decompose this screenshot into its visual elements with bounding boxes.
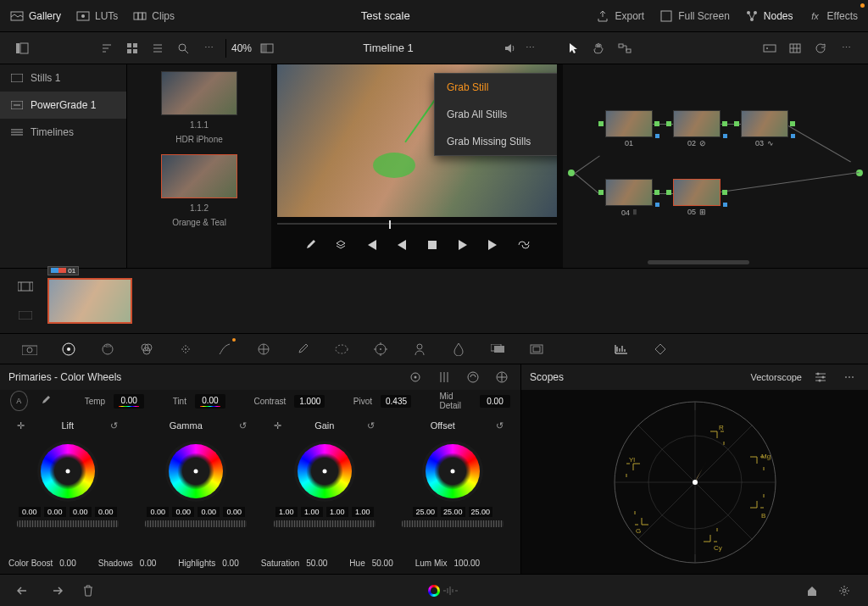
gamma-jog[interactable]: [145, 520, 247, 527]
lift-add-button[interactable]: ✛: [11, 415, 31, 436]
fullscreen-button[interactable]: Full Screen: [659, 9, 730, 23]
gain-values[interactable]: 1.001.001.001.00: [275, 507, 374, 517]
camera-raw-tab[interactable]: [20, 340, 39, 359]
viewer-zoom[interactable]: 40%: [226, 42, 257, 54]
scope-options-button[interactable]: ⋯: [839, 367, 860, 387]
eyedropper-button[interactable]: [301, 236, 320, 254]
scope-settings-button[interactable]: [810, 367, 831, 387]
curves-tab[interactable]: [215, 340, 234, 359]
colorboost-value[interactable]: 0.00: [59, 559, 75, 568]
undo-button[interactable]: [14, 581, 34, 601]
wheels-mode-button[interactable]: [405, 367, 426, 387]
viewer-options-button[interactable]: ⋯: [520, 38, 540, 58]
gain-add-button[interactable]: ✛: [268, 415, 288, 436]
delete-button[interactable]: [78, 581, 98, 601]
hue-value[interactable]: 50.00: [372, 559, 393, 568]
hdr-tab[interactable]: HDR: [98, 340, 117, 359]
node-tool-button[interactable]: [615, 38, 635, 58]
still-thumb[interactable]: [161, 154, 237, 198]
clip-info-button[interactable]: [15, 305, 36, 325]
node-scrollbar[interactable]: [648, 260, 749, 264]
gamma-reset-button[interactable]: ↺: [232, 415, 253, 436]
magic-mask-tab[interactable]: [410, 340, 429, 359]
expand-button[interactable]: [492, 367, 512, 387]
offset-wheel[interactable]: [422, 441, 483, 502]
color-wheels-tab[interactable]: [59, 340, 78, 359]
mid-detail-value[interactable]: 0.00: [480, 395, 510, 408]
color-warper-tab[interactable]: [254, 340, 273, 359]
effects-button[interactable]: fx Effects: [809, 9, 858, 23]
gamma-values[interactable]: 0.000.000.000.00: [147, 507, 245, 517]
viewer-scrubber[interactable]: [277, 219, 557, 229]
grid-view-button[interactable]: [122, 38, 142, 58]
ctx-grab-all-stills[interactable]: Grab All Stills›: [435, 101, 557, 128]
lift-values[interactable]: 0.000.000.000.00: [19, 507, 117, 517]
lift-reset-button[interactable]: ↺: [104, 415, 125, 436]
clip-thumbnail[interactable]: [47, 278, 132, 324]
node-thumb-button[interactable]: [760, 38, 780, 58]
pointer-tool-button[interactable]: [564, 38, 584, 58]
sort-button[interactable]: [97, 38, 117, 58]
gain-reset-button[interactable]: ↺: [361, 415, 381, 436]
search-button[interactable]: [173, 38, 193, 58]
offset-values[interactable]: 25.0025.0025.00: [413, 507, 492, 517]
home-button[interactable]: [802, 581, 822, 601]
layers-button[interactable]: [331, 236, 350, 254]
node-box[interactable]: 01: [605, 110, 653, 147]
layout-toggle-button[interactable]: [12, 38, 32, 58]
still-thumb[interactable]: [161, 71, 237, 115]
node-box[interactable]: 04⫴: [605, 179, 653, 217]
step-back-button[interactable]: [392, 236, 411, 254]
tint-value[interactable]: 0.00: [195, 394, 225, 409]
offset-reset-button[interactable]: ↺: [489, 415, 509, 436]
node-graph[interactable]: 01 02⊘ 03∿ 04⫴ 05⊞: [563, 64, 868, 268]
list-view-button[interactable]: [147, 38, 168, 58]
loop-button[interactable]: [515, 236, 533, 254]
timeline-name[interactable]: Timeline 1: [277, 42, 499, 54]
export-button[interactable]: Export: [596, 9, 644, 23]
clips-tab[interactable]: Clips: [133, 9, 175, 23]
settings-button[interactable]: [834, 581, 854, 601]
gain-jog[interactable]: [274, 520, 376, 527]
log-mode-button[interactable]: [463, 367, 483, 387]
sidebar-item-stills[interactable]: Stills 1: [0, 64, 126, 92]
node-options-button[interactable]: ⋯: [836, 38, 856, 58]
skip-forward-button[interactable]: [484, 236, 503, 254]
contrast-value[interactable]: 1.000: [294, 395, 325, 408]
play-button[interactable]: [453, 236, 472, 254]
bars-mode-button[interactable]: [434, 367, 454, 387]
vectorscope[interactable]: R Mg B Cy G Yl: [610, 398, 780, 567]
skip-back-button[interactable]: [362, 236, 381, 254]
offset-jog[interactable]: [402, 520, 504, 527]
gallery-tab[interactable]: Gallery: [10, 9, 61, 23]
gamma-wheel[interactable]: [165, 441, 226, 502]
auto-balance-button[interactable]: A: [10, 391, 28, 411]
scope-type[interactable]: Vectorscope: [750, 372, 802, 382]
reset-button[interactable]: [810, 38, 831, 58]
gain-wheel[interactable]: [294, 441, 355, 502]
rgb-mixer-tab[interactable]: [137, 340, 156, 359]
ctx-grab-still[interactable]: Grab Still: [435, 74, 557, 101]
motion-tab[interactable]: [176, 340, 195, 359]
ctx-grab-missing-stills[interactable]: Grab Missing Stills›: [435, 128, 557, 155]
clip-view-button[interactable]: [15, 276, 36, 297]
keyframe-tab[interactable]: [651, 340, 670, 359]
blur-tab[interactable]: [449, 340, 468, 359]
more-options-button[interactable]: ⋯: [198, 38, 219, 58]
nodes-button[interactable]: Nodes: [745, 9, 793, 23]
redo-button[interactable]: [46, 581, 66, 601]
node-box[interactable]: 05⊞: [673, 179, 721, 216]
pivot-value[interactable]: 0.435: [381, 395, 411, 408]
pick-white-button[interactable]: [36, 391, 53, 411]
lummix-value[interactable]: 100.00: [454, 559, 481, 568]
temp-value[interactable]: 0.00: [114, 394, 144, 409]
audio-button[interactable]: [499, 38, 520, 58]
scopes-wave-tab[interactable]: [612, 340, 631, 359]
scrub-handle[interactable]: [389, 220, 391, 229]
node-box[interactable]: 03∿: [741, 110, 788, 147]
key-tab[interactable]: [488, 340, 507, 359]
lift-jog[interactable]: [17, 520, 119, 527]
sidebar-item-timelines[interactable]: Timelines: [0, 119, 126, 146]
qualifier-tab[interactable]: [293, 340, 312, 359]
lift-wheel[interactable]: [37, 441, 98, 502]
